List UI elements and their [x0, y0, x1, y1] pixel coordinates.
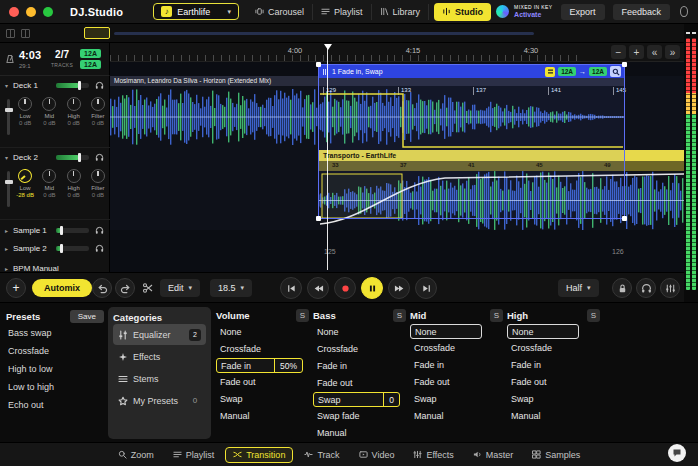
deck-2-volume-slider[interactable]: [56, 155, 89, 160]
high-option-fade-in[interactable]: Fade in: [507, 357, 600, 373]
chevron-down-icon[interactable]: ▾: [0, 154, 13, 161]
pause-button[interactable]: [361, 277, 383, 299]
playhead[interactable]: [327, 48, 328, 270]
bass-option-crossfade[interactable]: Crossfade: [313, 341, 406, 357]
preset-high-to-low[interactable]: High to low: [6, 360, 104, 378]
selection-handle[interactable]: [622, 216, 627, 221]
scroll-left-button[interactable]: «: [647, 45, 662, 59]
option-value[interactable]: 50%: [274, 359, 302, 372]
sample-1-slider[interactable]: [56, 228, 89, 233]
mid-option-crossfade[interactable]: Crossfade: [410, 340, 503, 356]
solo-badge[interactable]: S: [296, 309, 309, 322]
volume-option-fade-in[interactable]: Fade in50%: [216, 358, 303, 373]
deck2-high-knob[interactable]: High0 dB: [63, 169, 84, 207]
bass-option-fade-in[interactable]: Fade in: [313, 358, 406, 374]
overview-option-icon[interactable]: [6, 29, 15, 38]
status-ring-icon[interactable]: [680, 6, 688, 17]
deck2-filter-knob[interactable]: Filter0 dB: [87, 169, 108, 207]
deck1-high-knob[interactable]: High0 dB: [63, 97, 84, 135]
category-effects[interactable]: Effects: [113, 346, 206, 367]
deck1-filter-knob[interactable]: Filter0 dB: [87, 97, 108, 135]
deck-1-fader[interactable]: [7, 99, 10, 135]
deck1-mid-knob[interactable]: Mid0 dB: [39, 97, 60, 135]
mid-option-none[interactable]: None: [410, 324, 482, 339]
preset-low-to-high[interactable]: Low to high: [6, 378, 104, 396]
export-button[interactable]: Export: [561, 4, 605, 20]
zoom-selection-icon[interactable]: [610, 66, 621, 77]
tab-playlist[interactable]: Playlist: [165, 447, 223, 463]
timeline[interactable]: Mosimann, Leandro Da Silva - Horizon (Ex…: [110, 62, 684, 272]
undo-button[interactable]: [92, 278, 112, 298]
tab-effects[interactable]: Effects: [405, 447, 461, 463]
transition-edit-icon[interactable]: [545, 67, 555, 77]
mid-option-swap[interactable]: Swap: [410, 391, 503, 407]
deck-1-volume-slider[interactable]: [56, 83, 89, 88]
bass-option-fade-out[interactable]: Fade out: [313, 375, 406, 391]
redo-button[interactable]: [115, 278, 135, 298]
nav-studio[interactable]: Studio: [434, 3, 491, 21]
tab-master[interactable]: Master: [465, 447, 522, 463]
lock-button[interactable]: [612, 278, 632, 298]
minimize-window-button[interactable]: [26, 7, 36, 17]
chat-button[interactable]: [668, 444, 686, 462]
skip-back-button[interactable]: [280, 277, 302, 299]
preset-echo-out[interactable]: Echo out: [6, 396, 104, 414]
deck-2-fader[interactable]: [7, 171, 10, 207]
sample-2-slider[interactable]: [56, 246, 89, 251]
category-equalizer[interactable]: Equalizer2: [113, 324, 206, 345]
solo-badge[interactable]: S: [393, 309, 406, 322]
add-button[interactable]: +: [6, 278, 26, 298]
selection-handle[interactable]: [316, 62, 321, 67]
chevron-right-icon[interactable]: ▸: [0, 245, 13, 252]
transition-selection[interactable]: 1 Fade in, Swap 12A → 12A: [318, 64, 625, 219]
sample-2-section[interactable]: ▸ Sample 2: [0, 240, 110, 256]
bass-option-none[interactable]: None: [313, 324, 406, 340]
scroll-right-button[interactable]: »: [665, 45, 680, 59]
nav-library[interactable]: Library: [372, 4, 430, 20]
activate-link[interactable]: Activate: [514, 11, 552, 18]
playhead-marker[interactable]: [324, 44, 332, 50]
skip-forward-button[interactable]: [415, 277, 437, 299]
settings-sliders-button[interactable]: [660, 278, 680, 298]
deck1-low-knob[interactable]: Low0 dB: [15, 97, 36, 135]
tab-video[interactable]: Video: [351, 447, 403, 463]
nav-playlist[interactable]: Playlist: [313, 4, 372, 20]
selection-handle[interactable]: [622, 62, 627, 67]
volume-option-fade-out[interactable]: Fade out: [216, 374, 309, 390]
tab-track[interactable]: Track: [296, 447, 347, 463]
high-option-crossfade[interactable]: Crossfade: [507, 340, 600, 356]
bass-option-swap[interactable]: Swap0: [313, 392, 400, 407]
volume-option-none[interactable]: None: [216, 324, 309, 340]
edit-dropdown[interactable]: Edit ▾: [160, 279, 200, 297]
tab-samples[interactable]: Samples: [524, 447, 588, 463]
category-my-presets[interactable]: My Presets0: [113, 390, 206, 411]
chevron-right-icon[interactable]: ▸: [0, 227, 13, 234]
transition-selection-bar[interactable]: 1 Fade in, Swap 12A → 12A: [319, 65, 624, 78]
jump-back-button[interactable]: [307, 277, 329, 299]
high-option-none[interactable]: None: [507, 324, 579, 339]
option-value[interactable]: 0: [383, 393, 399, 406]
overview-grid-icon[interactable]: [21, 29, 30, 38]
chevron-down-icon[interactable]: ▾: [0, 82, 13, 89]
high-option-fade-out[interactable]: Fade out: [507, 374, 600, 390]
metronome-icon[interactable]: [5, 54, 15, 64]
automix-button[interactable]: Automix: [32, 279, 92, 297]
category-stems[interactable]: Stems: [113, 368, 206, 389]
volume-option-manual[interactable]: Manual: [216, 408, 309, 424]
tempo-dropdown[interactable]: 18.5 ▾: [210, 279, 252, 297]
nav-carousel[interactable]: Carousel: [247, 4, 313, 20]
mid-option-manual[interactable]: Manual: [410, 408, 503, 424]
jump-forward-button[interactable]: [388, 277, 410, 299]
feedback-button[interactable]: Feedback: [613, 4, 671, 20]
headphone-button[interactable]: [636, 278, 656, 298]
solo-badge[interactable]: S: [587, 309, 600, 322]
tab-transition[interactable]: Transition: [225, 447, 293, 463]
headphone-icon[interactable]: [95, 153, 104, 162]
zoom-out-button[interactable]: −: [611, 45, 626, 59]
preset-crossfade[interactable]: Crossfade: [6, 342, 104, 360]
split-scissors-button[interactable]: [142, 282, 154, 294]
time-ruler[interactable]: 4:004:154:30 − + « »: [110, 43, 684, 62]
bass-option-swap-fade[interactable]: Swap fade: [313, 408, 406, 424]
deck2-low-knob[interactable]: Low-28 dB: [15, 169, 36, 207]
record-button[interactable]: [334, 277, 356, 299]
